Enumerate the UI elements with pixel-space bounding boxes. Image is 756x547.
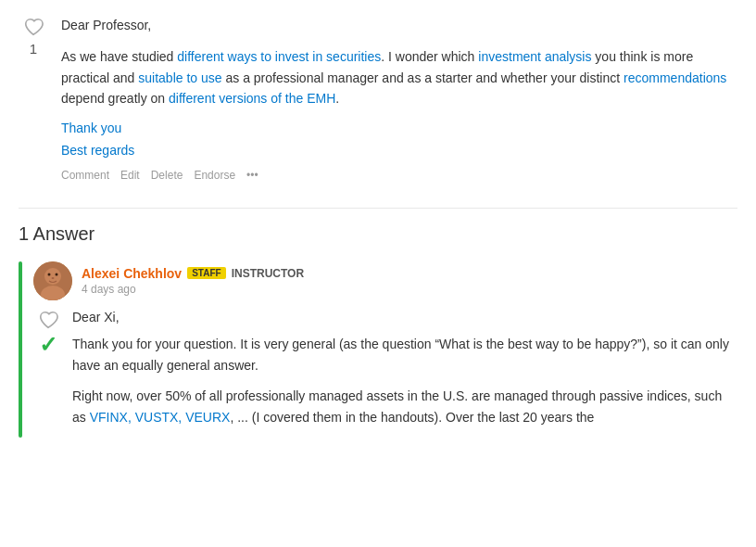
question-salutation: Dear Professor, (61, 15, 737, 35)
checkmark-icon: ✓ (39, 334, 57, 356)
answer-bar (19, 261, 22, 438)
answer-author-row: Alexei Chekhlov STAFF INSTRUCTOR 4 days … (33, 261, 737, 300)
question-actions: Comment Edit Delete Endorse ••• (61, 169, 737, 182)
more-actions[interactable]: ••• (246, 169, 258, 182)
answer-vote-col: ✓ (33, 310, 63, 356)
question-section: 1 Dear Professor, As we have studied dif… (19, 15, 737, 198)
answer-item: Alexei Chekhlov STAFF INSTRUCTOR 4 days … (19, 261, 737, 438)
question-body: Dear Professor, As we have studied diffe… (61, 15, 737, 182)
answer-para-2: Right now, over 50% of all professionall… (72, 386, 737, 428)
author-meta: Alexei Chekhlov STAFF INSTRUCTOR 4 days … (82, 266, 304, 296)
avatar (33, 261, 72, 300)
answer-body: Dear Xi, Thank you for your question. It… (72, 310, 737, 438)
vote-count: 1 (30, 41, 37, 57)
svg-point-5 (52, 277, 55, 279)
answer-content: Alexei Chekhlov STAFF INSTRUCTOR 4 days … (33, 261, 737, 438)
answer-time: 4 days ago (82, 283, 304, 296)
staff-badge: STAFF (187, 267, 225, 279)
comment-action[interactable]: Comment (61, 169, 109, 182)
answers-heading: 1 Answer (19, 223, 737, 245)
heart-icon[interactable] (23, 17, 44, 37)
svg-point-3 (48, 273, 51, 275)
endorse-action[interactable]: Endorse (194, 169, 235, 182)
delete-action[interactable]: Delete (151, 169, 183, 182)
thank-you-text: Thank you (61, 121, 737, 135)
question-text: As we have studied different ways to inv… (61, 46, 737, 108)
edit-action[interactable]: Edit (120, 169, 140, 182)
dear-xi: Dear Xi, (72, 310, 737, 324)
section-divider (19, 208, 737, 209)
best-regards-text: Best regards (61, 143, 737, 158)
avatar-image (33, 261, 72, 300)
vote-column: 1 (19, 15, 48, 57)
answer-vote-row: ✓ Dear Xi, Thank you for your question. … (33, 310, 737, 438)
instructor-label: INSTRUCTOR (232, 267, 304, 280)
svg-point-4 (56, 273, 58, 275)
author-name-row: Alexei Chekhlov STAFF INSTRUCTOR (82, 266, 304, 281)
answer-heart-icon[interactable] (38, 310, 58, 330)
author-name[interactable]: Alexei Chekhlov (82, 266, 182, 281)
answer-para-1: Thank you for your question. It is very … (72, 334, 737, 376)
